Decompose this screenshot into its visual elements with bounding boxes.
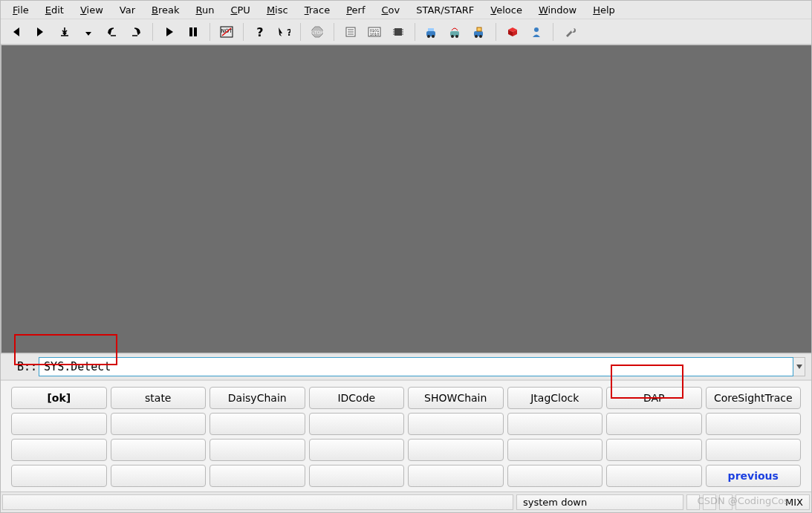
help-icon[interactable]: ? — [250, 22, 270, 42]
btn-coresighttrace[interactable]: CoreSightTrace — [706, 387, 802, 409]
status-main — [2, 494, 513, 510]
context-help-icon[interactable]: ? — [273, 22, 294, 42]
btn-jtagclock[interactable]: JtagClock — [507, 387, 603, 409]
svg-point-31 — [475, 35, 478, 38]
btn-empty-3-4[interactable] — [408, 465, 504, 487]
btn-empty-3-0[interactable] — [11, 465, 107, 487]
button-panel: [ok]stateDaisyChainIDCodeSHOWChainJtagCl… — [1, 380, 811, 491]
toolbar-separator — [300, 23, 301, 41]
btn-empty-1-3[interactable] — [309, 413, 405, 435]
stop-icon[interactable]: STOP — [307, 22, 328, 42]
svg-point-32 — [479, 35, 482, 38]
btn-empty-3-3[interactable] — [309, 465, 405, 487]
command-prompt: B:: — [17, 360, 39, 373]
svg-rect-1 — [194, 27, 197, 36]
status-slot-1 — [686, 494, 700, 510]
btn-previous[interactable]: previous — [706, 465, 802, 487]
list-icon[interactable] — [340, 22, 361, 42]
status-center: system down — [516, 494, 683, 510]
toolbar-separator — [553, 23, 553, 41]
menubar: FileEditViewVarBreakRunCPUMiscTracePerfC… — [1, 1, 811, 19]
toolbar-separator — [334, 23, 334, 41]
menu-misc[interactable]: Misc — [259, 2, 297, 18]
btn-empty-2-4[interactable] — [408, 439, 504, 461]
btn-empty-1-6[interactable] — [606, 413, 702, 435]
menu-window[interactable]: Window — [531, 2, 585, 18]
chip-icon[interactable] — [388, 22, 409, 42]
btn-empty-1-2[interactable] — [210, 413, 305, 435]
step-icon[interactable] — [7, 22, 27, 42]
btn-empty-1-7[interactable] — [706, 413, 802, 435]
menu-trace[interactable]: Trace — [297, 2, 340, 18]
btn-empty-2-0[interactable] — [11, 439, 107, 461]
btn-empty-2-2[interactable] — [210, 439, 305, 461]
btn-daisychain[interactable]: DaisyChain — [210, 387, 305, 409]
btn-idcode[interactable]: IDCode — [309, 387, 405, 409]
btn-empty-3-1[interactable] — [111, 465, 207, 487]
menu-cpu[interactable]: CPU — [223, 2, 259, 18]
btn-empty-2-6[interactable] — [606, 439, 702, 461]
menu-star-starf[interactable]: STAR/STARF — [409, 2, 483, 18]
btn-empty-3-6[interactable] — [606, 465, 702, 487]
wrench-icon[interactable] — [559, 22, 580, 42]
pause-icon[interactable] — [183, 22, 204, 42]
step-over-icon[interactable] — [30, 22, 51, 42]
btn-empty-2-5[interactable] — [507, 439, 603, 461]
toolbar-separator — [243, 23, 244, 41]
svg-text:STOP: STOP — [311, 30, 323, 35]
btn-showchain[interactable]: SHOWChain — [408, 387, 504, 409]
toolbar-separator — [415, 23, 415, 41]
status-right: MIX — [735, 494, 810, 510]
binary-icon[interactable]: 01011010 — [364, 22, 385, 42]
command-row: B:: — [1, 353, 811, 380]
not-icon[interactable]: NOT — [216, 22, 237, 42]
btn-empty-1-5[interactable] — [507, 413, 603, 435]
btn-empty-2-7[interactable] — [706, 439, 802, 461]
btn-empty-1-4[interactable] — [408, 413, 504, 435]
menu-veloce[interactable]: Veloce — [483, 2, 531, 18]
run-icon[interactable] — [159, 22, 180, 42]
status-slot-3 — [719, 494, 733, 510]
btn-empty-1-0[interactable] — [11, 413, 107, 435]
menu-break[interactable]: Break — [144, 2, 188, 18]
toolbar-separator — [210, 23, 210, 41]
step-into-icon[interactable] — [54, 22, 75, 42]
command-dropdown[interactable] — [793, 357, 805, 376]
svg-point-25 — [432, 35, 435, 38]
btn-empty-3-5[interactable] — [507, 465, 603, 487]
user-icon[interactable] — [526, 22, 547, 42]
workspace — [1, 45, 811, 353]
svg-rect-33 — [477, 27, 481, 31]
step-back-icon[interactable] — [102, 22, 123, 42]
trace2-icon[interactable] — [445, 22, 466, 42]
btn-empty-2-1[interactable] — [111, 439, 207, 461]
menu-perf[interactable]: Perf — [339, 2, 374, 18]
trace3-icon[interactable] — [469, 22, 490, 42]
svg-text:?: ? — [287, 27, 290, 38]
svg-text:1010: 1010 — [370, 32, 380, 36]
svg-point-24 — [427, 35, 430, 38]
menu-cov[interactable]: Cov — [374, 2, 409, 18]
btn-dap[interactable]: DAP — [606, 387, 702, 409]
btn-empty-3-2[interactable] — [210, 465, 305, 487]
menu-run[interactable]: Run — [189, 2, 224, 18]
btn-empty-1-1[interactable] — [111, 413, 207, 435]
svg-rect-0 — [189, 27, 192, 36]
trace-icon[interactable] — [421, 22, 442, 42]
status-slot-2 — [703, 494, 716, 510]
menu-file[interactable]: File — [5, 2, 38, 18]
svg-point-28 — [451, 35, 454, 38]
btn-state[interactable]: state — [111, 387, 207, 409]
step-down-icon[interactable] — [78, 22, 99, 42]
btn-ok[interactable]: [ok] — [11, 387, 107, 409]
btn-empty-2-3[interactable] — [309, 439, 405, 461]
command-input[interactable] — [39, 357, 793, 376]
menu-var[interactable]: Var — [112, 2, 144, 18]
toolbar-separator — [496, 23, 496, 41]
menu-view[interactable]: View — [73, 2, 112, 18]
menu-edit[interactable]: Edit — [38, 2, 73, 18]
cube-icon[interactable] — [502, 22, 523, 42]
svg-point-29 — [455, 35, 458, 38]
menu-help[interactable]: Help — [585, 2, 624, 18]
step-forward-icon[interactable] — [126, 22, 146, 42]
